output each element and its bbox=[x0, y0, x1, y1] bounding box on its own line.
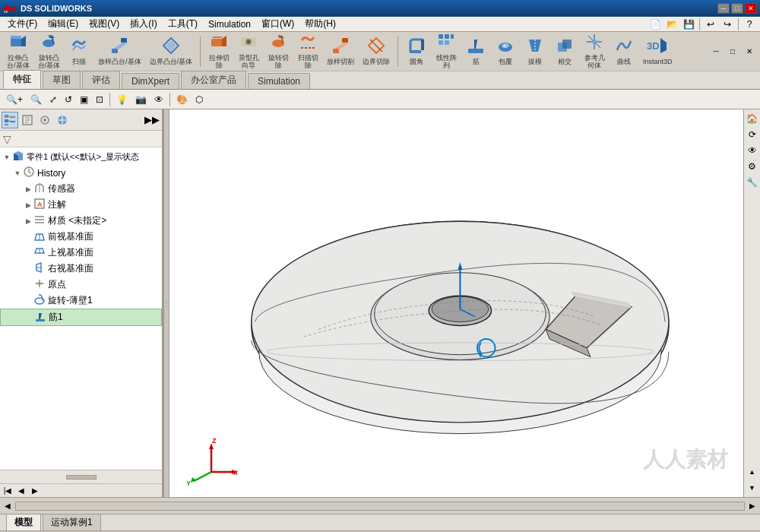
nav-next-btn[interactable]: ▶ bbox=[29, 485, 41, 497]
question-btn[interactable]: ? bbox=[742, 17, 757, 32]
maximize-button[interactable]: □ bbox=[731, 3, 743, 14]
open-file-btn[interactable]: 📂 bbox=[664, 17, 679, 32]
loft-cut-button[interactable]: 放样切割 bbox=[323, 34, 358, 69]
sensor-expand-icon[interactable]: ▶ bbox=[23, 185, 33, 193]
scan-button[interactable]: 扫描 bbox=[65, 34, 93, 69]
tab-dimxpert[interactable]: DimXpert bbox=[122, 73, 179, 89]
panel-maximize-btn[interactable]: □ bbox=[725, 44, 740, 59]
instant3d-button[interactable]: 3D Instant3D bbox=[639, 34, 676, 69]
rotate-view-btn[interactable]: ↺ bbox=[62, 93, 75, 106]
scroll-left-btn[interactable]: ◀ bbox=[2, 500, 14, 512]
menu-edit[interactable]: 编辑(E) bbox=[43, 16, 83, 32]
property-view-btn[interactable] bbox=[19, 112, 36, 128]
tree-history[interactable]: ▼ History bbox=[0, 165, 162, 181]
tab-office[interactable]: 办公室产品 bbox=[181, 71, 246, 89]
tree-material[interactable]: ▶ 材质 <未指定> bbox=[0, 213, 162, 229]
loft-boss-button[interactable]: 放样凸台/基体 bbox=[94, 34, 145, 69]
zoom-fit-btn[interactable]: ⤢ bbox=[46, 93, 60, 106]
border-boss-button[interactable]: 边界凸台/基体 bbox=[146, 34, 197, 69]
tab-evaluate[interactable]: 评估 bbox=[82, 71, 120, 89]
material-expand-icon[interactable]: ▶ bbox=[23, 217, 33, 225]
window-controls[interactable]: ─ □ ✕ bbox=[717, 3, 757, 14]
right-arrow-down-btn[interactable]: ▼ bbox=[745, 480, 760, 496]
wrap-button[interactable]: A 包覆 bbox=[491, 34, 520, 69]
tree-right-plane[interactable]: 右视基准面 bbox=[0, 261, 162, 277]
menu-help[interactable]: 帮助(H) bbox=[300, 16, 340, 32]
zoom-out-btn[interactable]: 🔍 bbox=[27, 93, 45, 106]
panel-resize-handle[interactable]: ⋮ bbox=[163, 109, 169, 497]
3d-viewport[interactable]: Z X Y 人人素材 bbox=[169, 109, 743, 497]
revolve1-expand-icon bbox=[23, 297, 33, 305]
draft-button[interactable]: 拔模 bbox=[521, 34, 549, 69]
rib-button[interactable]: 筋 bbox=[461, 34, 490, 69]
tab-features[interactable]: 特征 bbox=[3, 70, 41, 89]
rotate-boss-button[interactable]: 旋转凸台/基体 bbox=[34, 34, 65, 69]
pull-boss-button[interactable]: 拉伸凸台/基体 bbox=[3, 34, 33, 69]
tree-annotation[interactable]: ▶ A 注解 bbox=[0, 197, 162, 213]
root-expand-icon[interactable]: ▼ bbox=[2, 154, 12, 161]
right-gear-btn[interactable]: ⚙ bbox=[745, 159, 760, 174]
panel-close-btn[interactable]: ✕ bbox=[742, 44, 757, 59]
camera-btn[interactable]: 📷 bbox=[132, 93, 150, 106]
tree-front-plane[interactable]: 前视基准面 bbox=[0, 229, 162, 245]
new-file-btn[interactable]: 📄 bbox=[648, 17, 663, 32]
tree-origin[interactable]: 原点 bbox=[0, 277, 162, 293]
tab-motion1[interactable]: 运动算例1 bbox=[43, 514, 101, 530]
right-home-btn[interactable]: 🏠 bbox=[745, 111, 760, 126]
scan-cut-button[interactable]: 扫描切除 bbox=[293, 34, 322, 69]
tree-view-btn[interactable] bbox=[2, 112, 18, 128]
scene-btn[interactable]: ⬡ bbox=[192, 93, 206, 106]
intersect-button[interactable]: 相交 bbox=[550, 34, 579, 69]
right-rotate-btn[interactable]: ⟳ bbox=[745, 127, 760, 142]
pull-cut-button[interactable]: 拉伸切除 bbox=[204, 34, 233, 69]
hetero-hole-button[interactable]: 异型孔向导 bbox=[234, 34, 263, 69]
svg-rect-7 bbox=[121, 38, 127, 43]
fillet-button[interactable]: 圆角 bbox=[402, 34, 431, 69]
annotation-icon: A bbox=[33, 198, 46, 212]
lights-btn[interactable]: 💡 bbox=[113, 93, 131, 106]
display-style-btn[interactable]: ⊡ bbox=[93, 93, 106, 106]
zoom-in-btn[interactable]: 🔍+ bbox=[3, 93, 26, 106]
tab-model[interactable]: 模型 bbox=[6, 514, 41, 530]
tree-revolve1[interactable]: 旋转-薄壁1 bbox=[0, 293, 162, 309]
tree-top-plane[interactable]: 上视基准面 bbox=[0, 245, 162, 261]
display-pane-btn[interactable] bbox=[54, 112, 71, 128]
tree-sensor[interactable]: ▶ 传感器 bbox=[0, 181, 162, 197]
menu-view[interactable]: 视图(V) bbox=[84, 16, 124, 32]
right-eye-btn[interactable]: 👁 bbox=[745, 143, 760, 158]
border-cut-button[interactable]: 边界切除 bbox=[359, 34, 394, 69]
tab-simulation[interactable]: Simulation bbox=[248, 73, 310, 89]
menu-file[interactable]: 文件(F) bbox=[3, 16, 42, 32]
annotation-expand-icon[interactable]: ▶ bbox=[23, 201, 33, 209]
ref-geo-button[interactable]: 参考几何体 bbox=[580, 34, 609, 69]
config-view-btn[interactable] bbox=[36, 112, 53, 128]
nav-first-btn[interactable]: |◀ bbox=[2, 485, 14, 497]
panel-minimize-btn[interactable]: ─ bbox=[708, 44, 724, 59]
tree-rib1[interactable]: 筋1 bbox=[0, 309, 162, 326]
redo-btn[interactable]: ↪ bbox=[720, 17, 735, 32]
minimize-button[interactable]: ─ bbox=[717, 3, 730, 14]
expand-panel-btn[interactable]: ▶▶ bbox=[144, 112, 160, 128]
menu-insert[interactable]: 插入(I) bbox=[125, 16, 161, 32]
tree-root[interactable]: ▼ 零件1 (默认<<默认>_显示状态 bbox=[0, 149, 162, 165]
tab-sketch[interactable]: 草图 bbox=[43, 71, 81, 89]
rotate-cut-button[interactable]: 旋转切除 bbox=[264, 34, 293, 69]
appearance-btn[interactable]: 🎨 bbox=[173, 93, 191, 106]
horizontal-scrollbar[interactable] bbox=[15, 502, 745, 511]
section-view-btn[interactable]: ▣ bbox=[77, 93, 91, 106]
right-arrow-up-btn[interactable]: ▲ bbox=[745, 464, 760, 480]
menu-window[interactable]: 窗口(W) bbox=[257, 16, 299, 32]
nav-prev-btn[interactable]: ◀ bbox=[15, 485, 27, 497]
history-expand-icon[interactable]: ▼ bbox=[12, 169, 23, 177]
save-file-btn[interactable]: 💾 bbox=[681, 17, 696, 32]
instant3d-label: Instant3D bbox=[643, 59, 673, 66]
scroll-right-btn[interactable]: ▶ bbox=[746, 500, 758, 512]
menu-simulation[interactable]: Simulation bbox=[204, 17, 255, 31]
linear-array-button[interactable]: 线性阵列 bbox=[432, 34, 461, 69]
right-tool-btn[interactable]: 🔧 bbox=[745, 175, 760, 190]
curve-button[interactable]: 曲线 bbox=[610, 34, 638, 69]
close-button[interactable]: ✕ bbox=[745, 3, 757, 14]
menu-tools[interactable]: 工具(T) bbox=[163, 16, 202, 32]
hide-show-btn[interactable]: 👁 bbox=[151, 93, 166, 106]
undo-btn[interactable]: ↩ bbox=[703, 17, 718, 32]
